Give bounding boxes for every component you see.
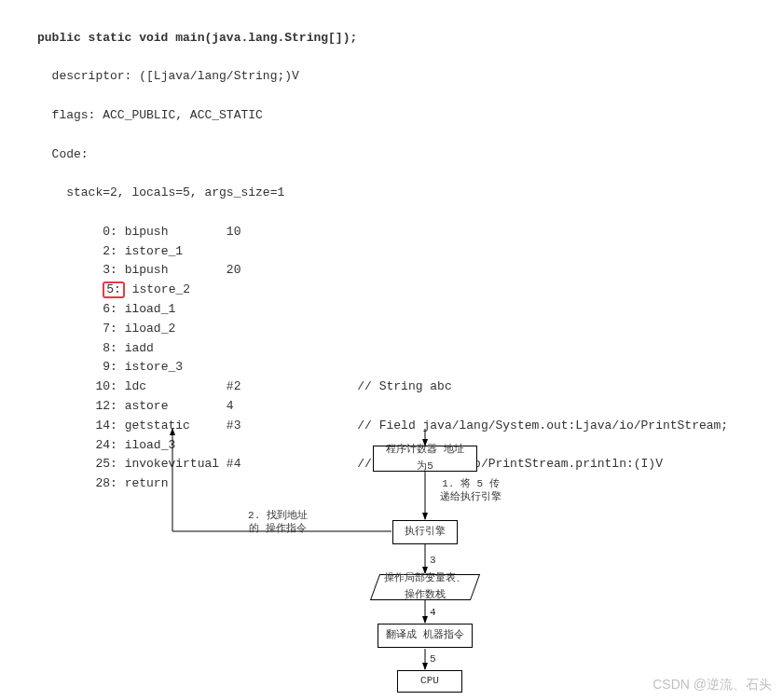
opcode: astore [125, 399, 227, 413]
arg [227, 322, 357, 336]
bytecode-row: 0: bipush 10 [37, 223, 783, 242]
label-3: 3 [430, 554, 436, 567]
opcode: istore_2 [132, 282, 234, 296]
localvar-node: 操作局部变量表、 操作数栈 [370, 574, 480, 600]
bytecode-row: 7: iload_2 [37, 320, 783, 339]
bytecode-row: 6: iload_1 [37, 300, 783, 320]
comment: // String abc [357, 379, 451, 393]
pc: 7: [103, 322, 117, 336]
arg [227, 360, 357, 374]
arg: 10 [227, 225, 357, 239]
arg [234, 282, 364, 296]
cpu-node: CPU [397, 670, 462, 693]
pc: 9: [103, 360, 117, 374]
flags-label: flags: [52, 108, 96, 122]
label-4: 4 [430, 606, 436, 619]
opcode: iload_2 [125, 322, 227, 336]
arg [227, 244, 357, 258]
watermark: CSDN @逆流、石头 [652, 674, 772, 694]
label-2: 2. 找到地址的 操作指令 [245, 509, 310, 536]
label-1: 1. 将 5 传递给执行引擎 [438, 477, 503, 504]
arg [227, 302, 357, 316]
opcode: ldc [125, 379, 227, 393]
bytecode-row: 9: istore_3 [37, 358, 783, 377]
highlighted-pc: 5: [103, 281, 125, 298]
pc: 2: [103, 244, 117, 258]
bytecode-row: 3: bipush 20 [37, 261, 783, 281]
flowchart: 程序计数器 地址为5 1. 将 5 传递给执行引擎 执行引擎 2. 找到地址的 … [0, 429, 783, 690]
opcode: istore_3 [125, 360, 227, 374]
opcode: iload_1 [125, 302, 227, 316]
opcode: istore_1 [125, 244, 227, 258]
translate-node: 翻译成 机器指令 [378, 624, 473, 648]
label-5: 5 [430, 652, 436, 666]
code-label: Code: [52, 147, 89, 161]
pc: 3: [103, 263, 117, 277]
bytecode-row: 12: astore 4 [37, 397, 783, 417]
pc-node: 程序计数器 地址为5 [373, 446, 477, 472]
localvar-text: 操作局部变量表、 操作数栈 [383, 570, 467, 603]
opcode: bipush [125, 263, 227, 277]
bytecode-row: 10: ldc #2 // String abc [37, 377, 783, 397]
pc: 8: [103, 341, 117, 355]
engine-node: 执行引擎 [392, 520, 458, 544]
arg: 20 [227, 263, 357, 277]
descriptor-label: descriptor: [52, 69, 132, 83]
flags-value: ACC_PUBLIC, ACC_STATIC [103, 108, 263, 122]
arg: #2 [227, 379, 357, 393]
pc: 0: [103, 225, 117, 239]
opcode: iadd [125, 341, 227, 355]
method-signature: public static void main(java.lang.String… [37, 31, 357, 45]
bytecode-row: 8: iadd [37, 339, 783, 359]
descriptor-value: ([Ljava/lang/String;)V [139, 69, 299, 83]
opcode: bipush [125, 225, 227, 239]
arg [227, 341, 357, 355]
bytecode-row: 5: istore_2 [37, 281, 783, 300]
bytecode-row: 2: istore_1 [37, 242, 783, 262]
pc: 10: [95, 379, 117, 393]
pc: 6: [103, 302, 117, 316]
pc: 12: [95, 399, 117, 413]
arg: 4 [227, 399, 357, 413]
stack-line: stack=2, locals=5, args_size=1 [66, 185, 284, 199]
